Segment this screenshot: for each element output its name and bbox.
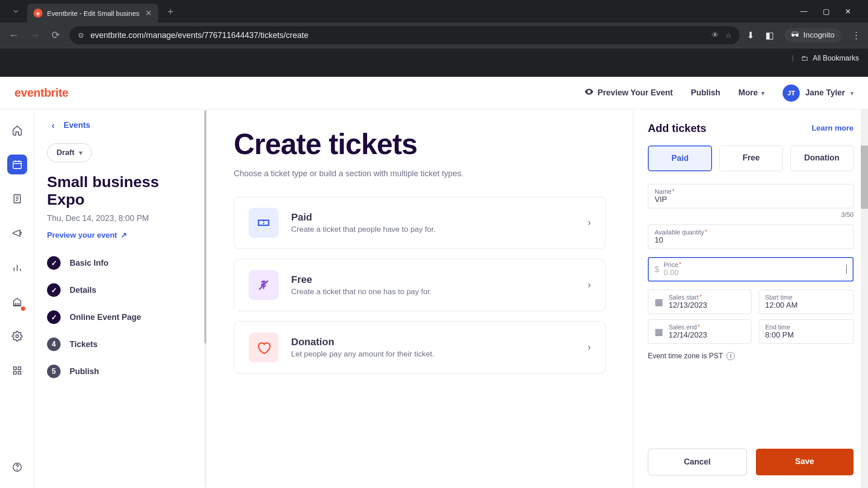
new-tab-button[interactable]: ＋ bbox=[165, 5, 175, 18]
tab-free[interactable]: Free bbox=[719, 145, 783, 171]
start-time-field[interactable]: Start time 12:00 AM bbox=[759, 290, 854, 314]
status-label: Draft bbox=[57, 148, 75, 157]
scrollbar[interactable] bbox=[861, 109, 868, 488]
chevron-right-icon: › bbox=[588, 342, 591, 353]
date-value: 12/14/2023 bbox=[669, 331, 745, 340]
tab-close-icon[interactable]: ✕ bbox=[145, 8, 152, 18]
close-window-icon[interactable]: ✕ bbox=[845, 7, 851, 16]
chevron-left-icon: ‹ bbox=[52, 120, 55, 131]
sidebar-nav: ✓ Basic Info ✓ Details ✓ Online Event Pa… bbox=[47, 256, 193, 378]
text-cursor-icon bbox=[846, 265, 847, 274]
sidebar-item-online-event[interactable]: ✓ Online Event Page bbox=[47, 310, 193, 324]
sales-start-field[interactable]: ▦ Sales start* 12/13/2023 bbox=[648, 290, 751, 314]
sidebar-item-publish[interactable]: 5 Publish bbox=[47, 365, 193, 378]
ticket-type-free[interactable]: Free Create a ticket that no one has to … bbox=[234, 259, 606, 311]
price-input[interactable] bbox=[664, 268, 801, 277]
calendar-icon: ▦ bbox=[655, 326, 663, 337]
learn-more-link[interactable]: Learn more bbox=[811, 124, 854, 133]
browser-tab[interactable]: e Eventbrite - Edit Small busines ✕ bbox=[27, 4, 158, 23]
marketing-icon[interactable] bbox=[7, 223, 27, 243]
toolbar-icons: ⬇ ◧ 🕶 Incognito ⋮ bbox=[747, 28, 861, 42]
check-icon: ✓ bbox=[47, 310, 61, 324]
field-label: End time bbox=[765, 324, 790, 331]
reload-button[interactable]: ⟳ bbox=[49, 29, 62, 41]
status-dropdown[interactable]: Draft ▾ bbox=[47, 143, 92, 162]
ticket-type-paid[interactable]: Paid Create a ticket that people have to… bbox=[234, 197, 606, 249]
reports-icon[interactable] bbox=[7, 258, 27, 277]
external-link-icon: ↗ bbox=[121, 230, 127, 240]
publish-link[interactable]: Publish bbox=[691, 88, 720, 98]
orders-icon[interactable] bbox=[7, 189, 27, 209]
visibility-icon[interactable]: 👁 bbox=[712, 31, 719, 39]
sales-end-field[interactable]: ▦ Sales end* 12/14/2023 bbox=[648, 319, 751, 344]
sales-start-row: ▦ Sales start* 12/13/2023 Start time 12:… bbox=[648, 290, 854, 314]
chevron-right-icon: › bbox=[588, 217, 591, 229]
search-tabs-icon[interactable] bbox=[5, 7, 27, 15]
maximize-icon[interactable]: ▢ bbox=[823, 7, 830, 16]
calendar-icon[interactable] bbox=[7, 155, 27, 174]
sidebar-item-basic-info[interactable]: ✓ Basic Info bbox=[47, 256, 193, 270]
url-field[interactable]: ⚙ eventbrite.com/manage/events/776711644… bbox=[70, 26, 740, 44]
end-time-field[interactable]: End time 8:00 PM bbox=[759, 319, 854, 344]
field-label: Sales end bbox=[669, 324, 697, 331]
panel-header: Add tickets Learn more bbox=[648, 122, 854, 135]
apps-icon[interactable] bbox=[7, 361, 27, 380]
avatar: JT bbox=[783, 84, 800, 102]
tab-paid[interactable]: Paid bbox=[648, 145, 712, 171]
incognito-chip[interactable]: 🕶 Incognito bbox=[785, 28, 841, 42]
ticket-title: Paid bbox=[291, 211, 575, 223]
minimize-icon[interactable]: — bbox=[800, 7, 807, 16]
window-controls: — ▢ ✕ bbox=[800, 7, 863, 16]
help-icon[interactable] bbox=[7, 457, 27, 477]
incognito-icon: 🕶 bbox=[791, 31, 799, 40]
back-to-events[interactable]: ‹ Events bbox=[47, 120, 193, 131]
cancel-button[interactable]: Cancel bbox=[648, 449, 747, 475]
ticket-desc: Create a ticket that no one has to pay f… bbox=[291, 287, 575, 296]
name-input[interactable] bbox=[655, 195, 847, 204]
nav-label: Tickets bbox=[70, 340, 98, 349]
forward-button: → bbox=[28, 29, 42, 41]
side-panel-icon[interactable]: ◧ bbox=[765, 30, 774, 41]
back-button[interactable]: ← bbox=[7, 29, 21, 41]
field-label: Sales start bbox=[669, 294, 698, 301]
bookmark-star-icon[interactable]: ☆ bbox=[725, 31, 731, 40]
folder-icon: 🗀 bbox=[801, 54, 808, 62]
scrollbar-thumb[interactable] bbox=[861, 145, 868, 209]
tab-bar: e Eventbrite - Edit Small busines ✕ ＋ — … bbox=[0, 0, 868, 23]
step-number: 4 bbox=[47, 338, 61, 351]
url-text: eventbrite.com/manage/events/77671164443… bbox=[90, 31, 705, 40]
download-icon[interactable]: ⬇ bbox=[747, 30, 755, 41]
quantity-field[interactable]: Available quantity* bbox=[648, 225, 854, 249]
preview-event-link[interactable]: Preview your event ↗ bbox=[47, 230, 193, 240]
nav-label: Details bbox=[70, 286, 96, 295]
name-field[interactable]: Name* bbox=[648, 184, 854, 208]
tab-donation[interactable]: Donation bbox=[790, 145, 854, 171]
preview-label: Preview Your Event bbox=[598, 88, 673, 98]
save-button[interactable]: Save bbox=[756, 449, 854, 475]
price-field[interactable]: $ Price* bbox=[648, 257, 854, 282]
panel-footer: Cancel Save bbox=[648, 438, 854, 475]
time-value: 8:00 PM bbox=[765, 331, 847, 340]
preview-link-label: Preview your event bbox=[47, 231, 117, 240]
settings-icon[interactable] bbox=[7, 326, 27, 346]
all-bookmarks-link[interactable]: All Bookmarks bbox=[813, 54, 859, 62]
name-counter: 3/50 bbox=[648, 211, 854, 218]
browser-menu-icon[interactable]: ⋮ bbox=[852, 30, 861, 41]
user-menu[interactable]: JT Jane Tyler ▾ bbox=[783, 84, 854, 102]
quantity-input[interactable] bbox=[655, 236, 847, 245]
sidebar-item-details[interactable]: ✓ Details bbox=[47, 283, 193, 297]
sidebar-item-tickets[interactable]: 4 Tickets bbox=[47, 338, 193, 351]
preview-your-event-link[interactable]: Preview Your Event bbox=[584, 87, 673, 99]
home-icon[interactable] bbox=[7, 120, 27, 140]
more-menu[interactable]: More ▾ bbox=[738, 88, 764, 98]
svg-point-16 bbox=[16, 335, 19, 338]
ticket-type-donation[interactable]: Donation Let people pay any amount for t… bbox=[234, 321, 606, 374]
logo[interactable]: eventbrite bbox=[14, 86, 68, 100]
browser-chrome: e Eventbrite - Edit Small busines ✕ ＋ — … bbox=[0, 0, 868, 77]
info-icon[interactable]: i bbox=[726, 352, 735, 360]
finance-icon[interactable] bbox=[7, 292, 27, 312]
eye-icon bbox=[584, 87, 594, 99]
svg-rect-18 bbox=[18, 367, 21, 370]
no-money-icon bbox=[249, 270, 278, 300]
site-info-icon[interactable]: ⚙ bbox=[78, 31, 84, 40]
